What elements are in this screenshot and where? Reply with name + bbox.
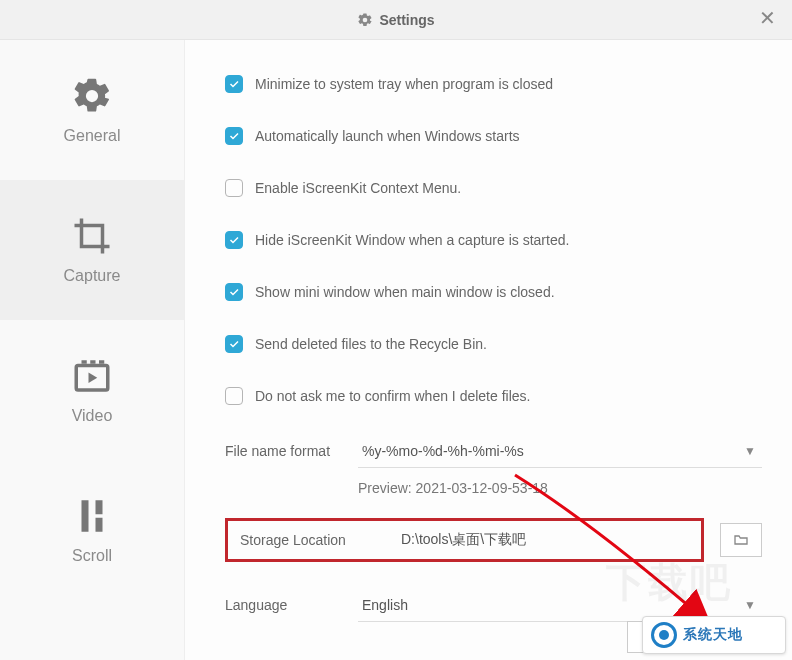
brand-text: 系统天地 [683, 626, 743, 644]
sidebar-item-general[interactable]: General [0, 40, 184, 180]
sidebar: General Capture Video Scroll [0, 40, 185, 660]
filename-format-value: %y-%mo-%d-%h-%mi-%s [362, 443, 524, 459]
gear-icon [71, 75, 113, 117]
checkbox-icon [225, 335, 243, 353]
svg-rect-1 [82, 360, 87, 364]
brand-badge: 系统天地 [642, 616, 786, 654]
svg-rect-5 [96, 500, 103, 514]
checkbox-icon [225, 387, 243, 405]
checkbox-icon [225, 127, 243, 145]
check-minimize-tray[interactable]: Minimize to system tray when program is … [225, 70, 762, 98]
storage-highlight-box: Storage Location D:\tools\桌面\下载吧 [225, 518, 704, 562]
filename-format-label: File name format [225, 443, 340, 459]
storage-row: Storage Location D:\tools\桌面\下载吧 [225, 518, 762, 562]
svg-rect-4 [82, 500, 89, 532]
check-label: Show mini window when main window is clo… [255, 284, 555, 300]
check-recycle-bin[interactable]: Send deleted files to the Recycle Bin. [225, 330, 762, 358]
check-auto-launch[interactable]: Automatically launch when Windows starts [225, 122, 762, 150]
main-panel: Minimize to system tray when program is … [185, 40, 792, 660]
storage-label: Storage Location [240, 532, 355, 548]
svg-rect-6 [96, 518, 103, 532]
check-mini-window[interactable]: Show mini window when main window is clo… [225, 278, 762, 306]
filename-format-row: File name format %y-%mo-%d-%h-%mi-%s ▼ [225, 434, 762, 468]
sidebar-item-label: Scroll [72, 547, 112, 565]
checkbox-icon [225, 231, 243, 249]
sidebar-item-video[interactable]: Video [0, 320, 184, 460]
check-label: Do not ask me to confirm when I delete f… [255, 388, 530, 404]
crop-icon [71, 215, 113, 257]
svg-rect-3 [99, 360, 104, 364]
brand-logo-icon [651, 622, 677, 648]
caret-down-icon: ▼ [744, 598, 756, 612]
sidebar-item-label: Capture [64, 267, 121, 285]
sidebar-item-label: General [64, 127, 121, 145]
filename-format-select[interactable]: %y-%mo-%d-%h-%mi-%s ▼ [358, 434, 762, 468]
sidebar-item-label: Video [72, 407, 113, 425]
check-context-menu[interactable]: Enable iScreenKit Context Menu. [225, 174, 762, 202]
close-button[interactable]: ✕ [759, 8, 776, 28]
window-title: Settings [379, 12, 434, 28]
caret-down-icon: ▼ [744, 444, 756, 458]
checkbox-icon [225, 75, 243, 93]
svg-rect-2 [90, 360, 95, 364]
check-label: Automatically launch when Windows starts [255, 128, 520, 144]
scroll-icon [71, 495, 113, 537]
check-hide-window[interactable]: Hide iScreenKit Window when a capture is… [225, 226, 762, 254]
title-wrap: Settings [357, 12, 434, 28]
filename-preview: Preview: 2021-03-12-09-53-18 [225, 480, 762, 496]
check-confirm-delete[interactable]: Do not ask me to confirm when I delete f… [225, 382, 762, 410]
checkbox-icon [225, 283, 243, 301]
sidebar-item-capture[interactable]: Capture [0, 180, 184, 320]
check-label: Send deleted files to the Recycle Bin. [255, 336, 487, 352]
titlebar: Settings ✕ [0, 0, 792, 40]
sidebar-item-scroll[interactable]: Scroll [0, 460, 184, 600]
check-label: Hide iScreenKit Window when a capture is… [255, 232, 569, 248]
check-label: Minimize to system tray when program is … [255, 76, 553, 92]
video-icon [71, 355, 113, 397]
check-label: Enable iScreenKit Context Menu. [255, 180, 461, 196]
folder-icon [732, 532, 750, 548]
language-value: English [362, 597, 408, 613]
language-label: Language [225, 597, 340, 613]
browse-folder-button[interactable] [720, 523, 762, 557]
checkbox-icon [225, 179, 243, 197]
gear-icon [357, 12, 373, 28]
content: General Capture Video Scroll Minimize to… [0, 40, 792, 660]
storage-path[interactable]: D:\tools\桌面\下载吧 [371, 531, 689, 549]
